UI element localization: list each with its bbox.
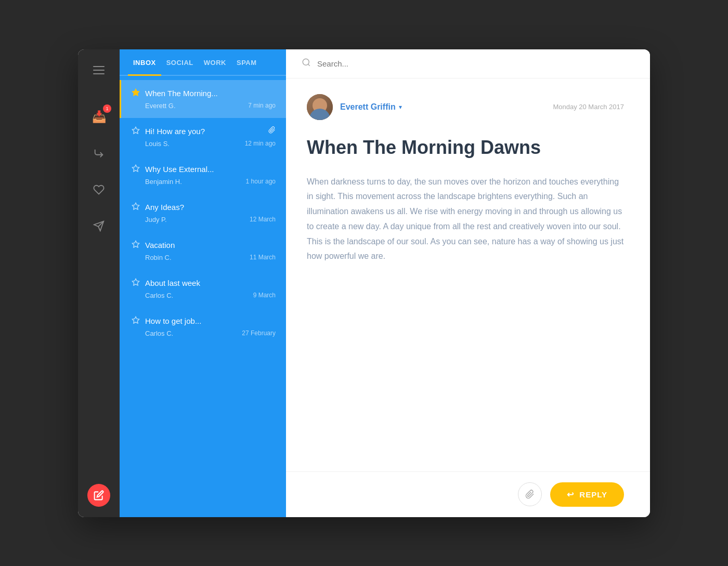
reply-button[interactable]: ↩ REPLY <box>550 482 624 507</box>
email-view-header: Everett Griffin ▾ Monday 20 March 2017 <box>307 94 624 120</box>
star-icon[interactable] <box>132 126 140 137</box>
email-subject: About last week <box>145 279 276 287</box>
email-sender: Louis S. <box>145 140 170 148</box>
star-icon[interactable] <box>132 316 140 326</box>
email-footer: ↩ REPLY <box>286 471 650 517</box>
email-time: 27 February <box>242 330 276 337</box>
tab-work[interactable]: WORK <box>199 49 231 75</box>
email-date: Monday 20 March 2017 <box>553 103 624 111</box>
email-list-item[interactable]: About last week Carlos C. 9 March <box>120 270 286 308</box>
email-time: 12 min ago <box>245 140 276 147</box>
email-subject: When The Morning... <box>145 89 276 98</box>
heart-icon[interactable] <box>88 179 109 200</box>
email-time: 1 hour ago <box>246 178 276 185</box>
email-view: Everett Griffin ▾ Monday 20 March 2017 W… <box>286 78 650 471</box>
email-subject: Hi! How are you? <box>145 127 276 136</box>
tab-social[interactable]: SOCIAL <box>161 49 199 75</box>
search-input[interactable] <box>317 59 634 68</box>
search-bar <box>286 49 650 78</box>
email-sender: Benjamin H. <box>145 178 182 186</box>
email-time: 12 March <box>250 216 276 223</box>
chevron-down-icon[interactable]: ▾ <box>399 103 402 111</box>
email-sender: Carlos C. <box>145 330 173 337</box>
svg-marker-3 <box>132 127 139 134</box>
attachment-button[interactable] <box>518 482 542 506</box>
sidebar: 📥 1 <box>78 49 120 517</box>
reply-label: REPLY <box>579 490 607 499</box>
sender-name-block: Everett Griffin ▾ <box>340 102 402 112</box>
search-icon <box>302 58 311 70</box>
email-sender: Judy P. <box>145 216 167 223</box>
star-icon[interactable] <box>132 164 140 175</box>
main-content: Everett Griffin ▾ Monday 20 March 2017 W… <box>286 49 650 517</box>
send-icon[interactable] <box>88 216 109 236</box>
email-sender: Robin C. <box>145 254 172 261</box>
email-list-item[interactable]: Hi! How are you? Louis S. 12 min ago <box>120 118 286 156</box>
email-list-item[interactable]: Any Ideas? Judy P. 12 March <box>120 194 286 232</box>
star-icon[interactable] <box>132 202 140 213</box>
avatar <box>307 94 333 120</box>
svg-point-9 <box>303 59 309 65</box>
email-subject: Any Ideas? <box>145 203 276 212</box>
attachment-indicator <box>268 126 276 135</box>
star-icon[interactable] <box>132 240 140 251</box>
svg-marker-4 <box>132 165 139 172</box>
sender-info: Everett Griffin ▾ <box>307 94 402 120</box>
email-list-item[interactable]: How to get job... Carlos C. 27 February <box>120 308 286 346</box>
tab-spam[interactable]: SPAM <box>231 49 262 75</box>
email-body: When darkness turns to day, the sun move… <box>307 175 624 265</box>
email-list-panel: INBOX SOCIAL WORK SPAM When The Morning.… <box>120 49 286 517</box>
email-time: 11 March <box>250 254 276 261</box>
email-time: 9 March <box>253 292 276 299</box>
email-list-item[interactable]: When The Morning... Everett G. 7 min ago <box>120 80 286 118</box>
star-icon[interactable] <box>132 88 140 99</box>
reply-icon: ↩ <box>567 490 574 499</box>
email-list: When The Morning... Everett G. 7 min ago… <box>120 76 286 517</box>
email-subject: Why Use External... <box>145 165 276 174</box>
email-sender: Carlos C. <box>145 292 173 299</box>
email-title: When The Morning Dawns <box>307 136 624 159</box>
svg-marker-2 <box>132 89 139 96</box>
star-icon[interactable] <box>132 278 140 288</box>
sender-name[interactable]: Everett Griffin <box>340 102 396 112</box>
inbox-icon[interactable]: 📥 1 <box>88 107 109 127</box>
email-subject: How to get job... <box>145 317 276 325</box>
svg-line-10 <box>308 64 309 65</box>
tab-inbox[interactable]: INBOX <box>128 49 161 75</box>
email-list-item[interactable]: Vacation Robin C. 11 March <box>120 232 286 270</box>
email-time: 7 min ago <box>248 102 276 109</box>
svg-marker-7 <box>132 279 139 285</box>
compose-button[interactable] <box>87 484 110 507</box>
email-subject: Vacation <box>145 241 276 249</box>
forward-icon[interactable] <box>88 143 109 164</box>
svg-marker-5 <box>132 203 139 209</box>
tabs-bar: INBOX SOCIAL WORK SPAM <box>120 49 286 76</box>
email-list-item[interactable]: Why Use External... Benjamin H. 1 hour a… <box>120 156 286 194</box>
email-sender: Everett G. <box>145 102 176 110</box>
svg-marker-8 <box>132 317 139 323</box>
hamburger-menu-icon[interactable] <box>88 60 109 81</box>
svg-marker-6 <box>132 241 139 247</box>
